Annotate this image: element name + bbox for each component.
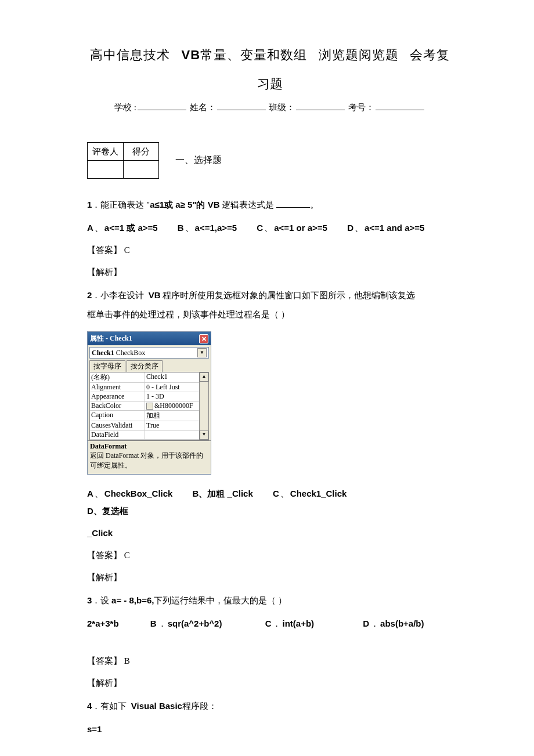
vb-tabs: 按字母序 按分类序 — [89, 360, 209, 372]
vb-pname-4: Caption — [90, 411, 145, 421]
q1-optD-text: a<=1 and a>=5 — [365, 223, 424, 233]
vb-pval-1: 0 - Left Just — [145, 383, 199, 392]
vb-combo-rest: CheckBox — [114, 349, 146, 357]
grader-header: 评卷人 — [88, 143, 124, 161]
q1-blank — [276, 207, 310, 208]
q2-optA: A、CheckBox_Click — [87, 485, 172, 502]
q2-optA-text: CheckBox_Click — [104, 489, 173, 498]
q2-optC: C、Check1_Click — [273, 485, 347, 502]
q4-t1: ．有如下 — [92, 701, 127, 711]
q3-t2: 下列运行结果中，值最大的是（ ） — [154, 596, 287, 605]
score-cell — [124, 161, 159, 179]
q2-optD-suf: _Click — [87, 528, 113, 538]
school-label: 学校 : — [114, 103, 136, 112]
name-blank — [217, 110, 266, 110]
examno-blank — [376, 110, 424, 110]
score-table: 评卷人 得分 — [87, 142, 159, 179]
scroll-up-icon[interactable]: ▲ — [200, 372, 208, 382]
vb-row-caption[interactable]: Caption加粗 — [90, 411, 199, 421]
q3-optA: 2*a+3*b — [87, 615, 119, 632]
q1-optC: C、a<=1 or a>=5 — [257, 219, 327, 237]
q1-explain: 【解析】 — [87, 263, 453, 281]
title-part5: 会考复 — [410, 48, 450, 62]
vb-row-appearance[interactable]: Appearance1 - 3D — [90, 392, 199, 401]
student-info-line: 学校 : 姓名： 班级： 考号： — [87, 102, 453, 113]
vb-pval-4: 加粗 — [145, 411, 199, 421]
q2-optB-text: 加粗 — [207, 489, 225, 498]
q2-options: A、CheckBox_Click B、加粗 _Click C、Check1_Cl… — [87, 485, 453, 520]
vb-row-backcolor[interactable]: BackColor&H8000000F — [90, 401, 199, 411]
q3-optD: D．abs(b+a/b) — [363, 615, 424, 632]
q2-text: 2．小李在设计 VB 程序时所使用复选框对象的属性窗口如下图所示，他想编制该复选 — [87, 285, 453, 305]
vb-tab-category[interactable]: 按分类序 — [127, 360, 163, 372]
vb-pval-3-text: &H8000000F — [154, 401, 193, 410]
vb-desc-title: DataFormat — [90, 442, 208, 451]
examno-label: 考号： — [348, 103, 374, 112]
document-page: 高中信息技术 VB常量、变量和数组 浏览题阅览题 会考复 习题 学校 : 姓名：… — [0, 0, 534, 756]
vb-title-text: 属性 - Check1 — [90, 334, 132, 343]
q1-period: 。 — [310, 200, 319, 209]
q3-bold: a= - 8,b=6, — [111, 595, 154, 605]
q2-vb: VB — [149, 290, 161, 300]
q2-optC-text: Check1_Click — [290, 489, 347, 498]
q1-optD: D、a<=1 and a>=5 — [347, 219, 424, 237]
q2-optB-pre: B、 — [193, 489, 208, 498]
vb-properties-window: 属性 - Check1 ✕ Check1 CheckBox ▼ 按字母序 按分类… — [87, 331, 211, 475]
vb-pname-3: BackColor — [90, 401, 145, 410]
q1-optA-text: a<=1 或 a>=5 — [104, 223, 158, 233]
vb-pval-0: Check1 — [145, 372, 199, 382]
vb-pname-2: Appearance — [90, 392, 145, 401]
vb-pval-3: &H8000000F — [145, 401, 199, 410]
q1-optB-text: a<=1,a>=5 — [195, 223, 237, 233]
title-part1: 高中信息技术 — [90, 48, 170, 62]
vb-pval-5: True — [145, 421, 199, 430]
vb-row-causesvalid[interactable]: CausesValidatiTrue — [90, 421, 199, 431]
vb-pval-2: 1 - 3D — [145, 392, 199, 401]
q1-bold: a≤1或 a≥ 5"的 VB — [150, 200, 219, 209]
q2-optD-text: 复选框 — [102, 507, 128, 516]
q4-code1: s=1 — [87, 721, 453, 738]
q2-answer: 【答案】 C — [87, 547, 453, 564]
q3-explain: 【解析】 — [87, 674, 453, 692]
q1-pre: ．能正确表达 " — [92, 200, 150, 209]
name-label: 姓名： — [190, 103, 216, 112]
q3-optC-text: int(a+b) — [282, 618, 314, 628]
q2-t2: 程序时所使用复选框对象的属性窗口如下图所示，他想编制该复选 — [161, 291, 416, 300]
q3-optC: C．int(a+b) — [265, 615, 314, 632]
vb-row-name[interactable]: (名称)Check1 — [90, 372, 199, 383]
score-header: 得分 — [124, 143, 159, 161]
vb-property-grid: (名称)Check1 Alignment0 - Left Just Appear… — [89, 372, 209, 440]
vb-pname-0: (名称) — [90, 372, 145, 382]
class-label: 班级： — [269, 103, 295, 112]
vb-object-combo[interactable]: Check1 CheckBox ▼ — [89, 347, 209, 359]
close-icon[interactable]: ✕ — [199, 334, 208, 343]
vb-pname-5: CausesValidati — [90, 421, 145, 430]
vb-titlebar: 属性 - Check1 ✕ — [88, 332, 211, 345]
vb-description-box: DataFormat 返回 DataFormat 对象，用于该部件的可绑定属性。 — [88, 440, 211, 474]
q3-optB-text: sqr(a^2+b^2) — [168, 618, 222, 628]
vb-row-datafield[interactable]: DataField — [90, 431, 199, 440]
q3-optD-text: abs(b+a/b) — [380, 618, 424, 628]
vb-combo-bold: Check1 — [92, 349, 114, 357]
scroll-down-icon[interactable]: ▼ — [200, 431, 208, 440]
vb-scrollbar[interactable]: ▲ ▼ — [199, 372, 208, 440]
q2-text-line2: 框单击事件的处理过程，则该事件处理过程名是（ ） — [87, 305, 453, 324]
q2-optB-suf: _Click — [228, 489, 253, 498]
vb-tab-alpha[interactable]: 按字母序 — [89, 360, 125, 372]
q3-options: 2*a+3*b B．sqr(a^2+b^2) C．int(a+b) D．abs(… — [87, 615, 453, 632]
q3-t1: ．设 — [92, 596, 109, 605]
chevron-down-icon[interactable]: ▼ — [197, 348, 207, 357]
q1-options: A、a<=1 或 a>=5 B、a<=1,a>=5 C、a<=1 or a>=5… — [87, 219, 453, 237]
title-part3: 常量、变量和数组 — [200, 48, 307, 62]
q2-optD: D、复选框 — [87, 502, 128, 520]
vb-pname-1: Alignment — [90, 383, 145, 392]
vb-desc-body: 返回 DataFormat 对象，用于该部件的可绑定属性。 — [90, 451, 208, 471]
school-blank — [138, 110, 186, 110]
section-header-row: 评卷人 得分 一、选择题 — [87, 142, 453, 179]
q1-post: 逻辑表达式是 — [220, 200, 275, 209]
q3-answer: 【答案】 B — [87, 652, 453, 670]
q2-optD-line2: _Click — [87, 525, 453, 542]
vb-row-alignment[interactable]: Alignment0 - Left Just — [90, 383, 199, 392]
vb-prop-cols: (名称)Check1 Alignment0 - Left Just Appear… — [90, 372, 199, 440]
title-vb: VB — [181, 48, 200, 62]
